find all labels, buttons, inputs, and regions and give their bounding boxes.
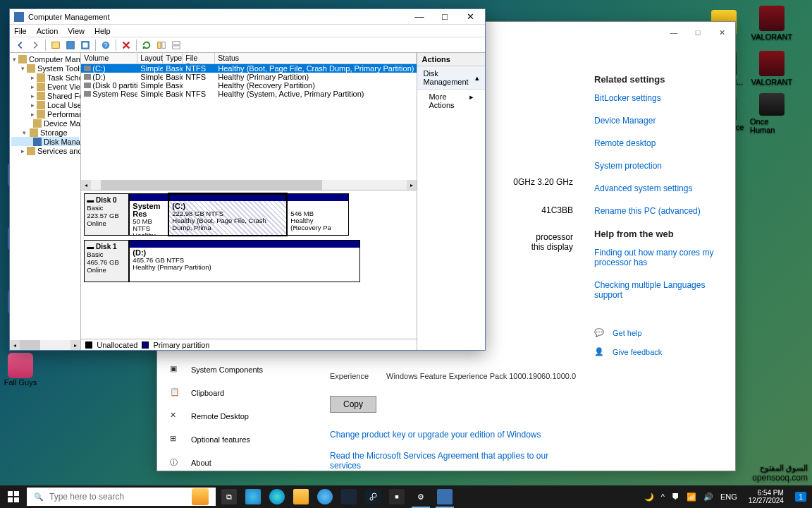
menu-action[interactable]: Action [37,27,59,35]
services-agreement-link[interactable]: Read the Microsoft Services Agreement th… [330,451,580,471]
back-button[interactable] [14,39,27,52]
desktop-icon-oncehuman[interactable]: Once Human [750,93,794,134]
taskbar-steam[interactable] [361,485,385,508]
toolbar-button[interactable] [170,39,183,52]
disk-partition[interactable]: (C:)222.98 GB NTFSHealthy (Boot, Page Fi… [168,193,287,236]
help-button[interactable]: ? [99,39,112,52]
device-manager-link[interactable]: Device Manager [594,116,721,126]
disk-partition[interactable]: (D:)465.76 GB NTFSHealthy (Primary Parti… [129,240,360,282]
disk-info[interactable]: ▬ Disk 1Basic465.76 GBOnline [84,240,129,282]
volume-row[interactable]: (Disk 0 partition 3)SimpleBasicHealthy (… [81,81,417,90]
bitlocker-link[interactable]: BitLocker settings [594,93,721,103]
taskbar-search[interactable]: 🔍 [27,488,216,506]
tree-item[interactable]: ▸Performance [11,109,79,119]
expand-icon[interactable]: ▾ [21,65,25,72]
tree-hscrollbar[interactable]: ◂▸ [10,340,80,350]
taskbar-app[interactable]: ■ [385,485,409,508]
volume-row[interactable]: (C:)SimpleBasicNTFSHealthy (Boot, Page F… [81,64,417,73]
tree-item[interactable]: Disk Management [11,137,79,146]
col-volume[interactable]: Volume [81,53,137,64]
minimize-button[interactable]: — [662,24,686,41]
product-key-link[interactable]: Change product key or upgrade your editi… [330,430,580,440]
desktop-icon-valorant2[interactable]: VALORANT [750,48,794,89]
tree-item[interactable]: ▸Task Scheduler [11,73,79,82]
disk-info[interactable]: ▬ Disk 0Basic223.57 GBOnline [84,193,129,236]
maximize-button[interactable]: □ [434,10,455,24]
rename-pc-link[interactable]: Rename this PC (advanced) [594,206,721,216]
taskbar-settings[interactable]: ⚙ [409,485,433,508]
taskbar-explorer[interactable] [289,485,313,508]
delete-button[interactable] [120,39,133,52]
refresh-button[interactable] [140,39,153,52]
taskbar-computer-management[interactable] [433,485,457,508]
tree-item[interactable]: ▸Local Users and Groups [11,100,79,109]
desktop-icon-fallguys[interactable]: Fall Guys [3,353,38,388]
expand-icon[interactable]: ▸ [31,111,35,118]
notification-button[interactable]: 1 [795,492,806,502]
task-view-button[interactable]: ⧉ [217,485,241,508]
volume-hscrollbar[interactable]: ◂▸ [81,180,417,190]
tree-item[interactable]: ▸Shared Folders [11,91,79,100]
col-status[interactable]: Status [215,53,417,64]
volume-row[interactable]: System ReservedSimpleBasicNTFSHealthy (S… [81,90,417,98]
col-type[interactable]: Type [163,53,183,64]
toolbar-button[interactable] [49,39,62,52]
taskbar-clock[interactable]: 6:54 PM 12/27/2024 [744,489,788,504]
helpweb-lang-link[interactable]: Checking multiple Languages support [594,280,721,300]
menu-help[interactable]: Help [94,27,111,35]
taskbar-app[interactable] [337,485,361,508]
expand-icon[interactable]: ▸ [31,102,35,109]
volume-row[interactable]: (D:)SimpleBasicNTFSHealthy (Primary Part… [81,73,417,81]
expand-icon[interactable]: ▸ [31,74,35,81]
nav-system-components[interactable]: ▣System Components [157,358,316,381]
disk-partition[interactable]: 546 MBHealthy (Recovery Pa [287,193,349,236]
toolbar-button[interactable] [79,39,92,52]
expand-icon[interactable]: ▸ [21,147,25,155]
cm-titlebar[interactable]: Computer Management — □ ✕ [10,9,485,25]
tree-item[interactable]: Device Manager [11,119,79,128]
language-indicator[interactable]: ENG [720,492,737,501]
expand-icon[interactable]: ▸ [31,83,35,90]
start-button[interactable] [0,485,27,508]
remote-desktop-link[interactable]: Remote desktop [594,138,721,148]
expand-icon[interactable]: ▸ [31,92,35,99]
taskbar-app[interactable] [241,485,265,508]
toolbar-button[interactable] [155,39,168,52]
nav-optional-features[interactable]: ⊞Optional features [157,428,316,451]
tree-item[interactable]: ▸Services and Applications [11,146,79,155]
desktop-icon-valorant[interactable]: VALORANT [750,3,794,44]
close-button[interactable]: ✕ [710,24,734,41]
search-input[interactable] [49,492,186,502]
nav-remote-desktop[interactable]: ✕Remote Desktop [157,404,316,428]
wifi-icon[interactable]: 📶 [687,492,696,502]
maximize-button[interactable]: □ [686,24,710,41]
nav-clipboard[interactable]: 📋Clipboard [157,381,316,404]
taskbar-edge[interactable] [265,485,289,508]
tree-item[interactable]: ▾System Tools [11,64,79,73]
toolbar-button[interactable] [64,39,77,52]
volume-icon[interactable]: 🔊 [703,492,713,502]
close-button[interactable]: ✕ [460,10,481,24]
copy-button[interactable]: Copy [330,396,376,413]
system-protection-link[interactable]: System protection [594,161,721,171]
actions-disk-management[interactable]: Disk Management▴ [417,66,485,90]
menu-file[interactable]: File [14,27,27,35]
weather-icon[interactable]: 🌙 [644,492,654,502]
tree-item[interactable]: ▾Computer Management (Local [11,54,79,64]
col-layout[interactable]: Layout [137,53,163,64]
expand-icon[interactable]: ▾ [13,56,16,63]
tree-item[interactable]: ▾Storage [11,128,79,137]
tray-icon[interactable]: ⛊ [672,492,679,501]
actions-more[interactable]: More Actions▸ [417,90,485,112]
tree-item[interactable]: ▸Event Viewer [11,82,79,91]
advanced-settings-link[interactable]: Advanced system settings [594,183,721,193]
helpweb-cores-link[interactable]: Finding out how many cores my processor … [594,248,721,267]
nav-about[interactable]: ⓘAbout [157,451,316,474]
menu-view[interactable]: View [68,27,85,35]
forward-button[interactable] [29,39,42,52]
minimize-button[interactable]: — [409,10,430,24]
get-help[interactable]: 💬Get help [594,328,721,337]
expand-icon[interactable]: ▾ [21,129,27,136]
tray-chevron[interactable]: ^ [661,492,665,501]
disk-partition[interactable]: System Res50 MB NTFSHealthy (Sys [129,193,168,236]
